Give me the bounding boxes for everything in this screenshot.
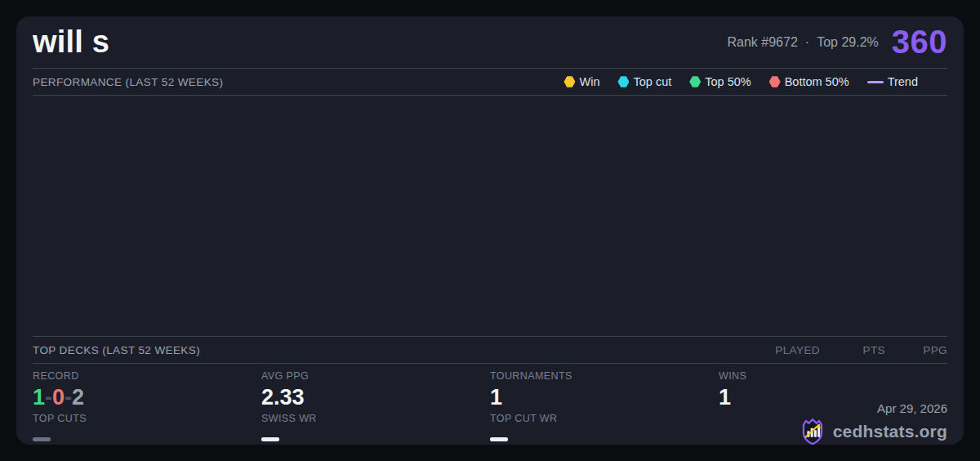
top-cut-dot-icon: [617, 76, 629, 87]
chart-legend: Win Top cut Top 50% Bottom 50% Trend: [564, 75, 918, 88]
column-header-pts: PTS: [820, 344, 885, 356]
avg-ppg-value: 2.33: [261, 386, 490, 409]
record-losses: 0: [52, 385, 65, 410]
stat-label: TOP CUTS: [33, 413, 261, 424]
stat-label: WINS: [719, 370, 947, 382]
top-decks-section-header: TOP DECKS (LAST 52 WEEKS) PLAYED PTS PPG: [16, 337, 964, 363]
legend-item-win[interactable]: Win: [564, 75, 599, 88]
win-dot-icon: [564, 76, 575, 87]
stats-grid: RECORD 1-0-2 AVG PPG 2.33 TOURNAMENTS 1 …: [16, 364, 964, 445]
top-cuts-empty-dash: —: [33, 437, 51, 441]
column-header-played: PLAYED: [769, 344, 820, 356]
legend-item-top-50[interactable]: Top 50%: [689, 75, 751, 88]
swiss-wr-empty-dash: —: [261, 437, 279, 441]
top-percent-text: Top 29.2%: [817, 35, 879, 50]
card-date: Apr 29, 2026: [877, 401, 947, 415]
legend-label: Top cut: [633, 75, 671, 88]
brand-link[interactable]: cedhstats.org: [799, 417, 947, 445]
stat-label: RECORD: [33, 370, 261, 382]
stat-tournaments: TOURNAMENTS 1: [490, 370, 719, 413]
stat-label: TOP CUT WR: [490, 413, 719, 424]
top-cut-wr-empty-dash: —: [490, 437, 508, 441]
legend-label: Trend: [888, 75, 918, 88]
performance-section-title: PERFORMANCE (LAST 52 WEEKS): [33, 76, 223, 88]
top-50-dot-icon: [689, 76, 701, 87]
record-separator: -: [65, 385, 72, 410]
player-stats-card: will s Rank #9672 · Top 29.2% 360 PERFOR…: [16, 16, 964, 445]
stat-record: RECORD 1-0-2: [33, 370, 261, 413]
record-wins: 1: [33, 385, 45, 410]
top-decks-column-headers: PLAYED PTS PPG: [769, 344, 947, 356]
performance-section-header: PERFORMANCE (LAST 52 WEEKS) Win Top cut …: [16, 69, 964, 95]
record-value: 1-0-2: [33, 386, 261, 409]
legend-item-bottom-50[interactable]: Bottom 50%: [769, 75, 849, 88]
stat-avg-ppg: AVG PPG 2.33: [261, 370, 490, 413]
rank-separator-dot: ·: [805, 35, 809, 50]
stat-label: SWISS WR: [261, 413, 490, 424]
stat-label: TOURNAMENTS: [490, 370, 719, 382]
top-decks-section-title: TOP DECKS (LAST 52 WEEKS): [33, 344, 200, 356]
player-points: 360: [892, 24, 947, 60]
bottom-50-dot-icon: [769, 76, 781, 87]
legend-item-top-cut[interactable]: Top cut: [617, 75, 671, 88]
legend-label: Win: [579, 75, 599, 88]
legend-item-trend[interactable]: Trend: [867, 75, 918, 88]
stat-swiss-wr: SWISS WR —: [261, 413, 490, 445]
legend-label: Bottom 50%: [785, 75, 849, 88]
tournaments-value: 1: [490, 386, 719, 409]
record-draws: 2: [72, 385, 84, 410]
trend-line-icon: [867, 81, 884, 83]
column-header-ppg: PPG: [885, 344, 947, 356]
rank-text: Rank #9672: [728, 35, 798, 50]
brand-text: cedhstats.org: [833, 422, 947, 441]
legend-label: Top 50%: [705, 75, 751, 88]
stat-label: AVG PPG: [261, 370, 490, 382]
stat-top-cuts: TOP CUTS —: [33, 413, 261, 445]
card-footer: Apr 29, 2026 cedhstats.org: [719, 401, 947, 445]
rank-summary: Rank #9672 · Top 29.2%: [728, 35, 879, 50]
card-header: will s Rank #9672 · Top 29.2% 360: [16, 16, 964, 68]
record-separator: -: [45, 385, 52, 410]
stat-top-cut-wr: TOP CUT WR —: [490, 413, 719, 445]
player-name: will s: [33, 25, 109, 60]
cedhstats-shield-logo-icon: [799, 417, 826, 445]
performance-chart: [16, 96, 964, 336]
